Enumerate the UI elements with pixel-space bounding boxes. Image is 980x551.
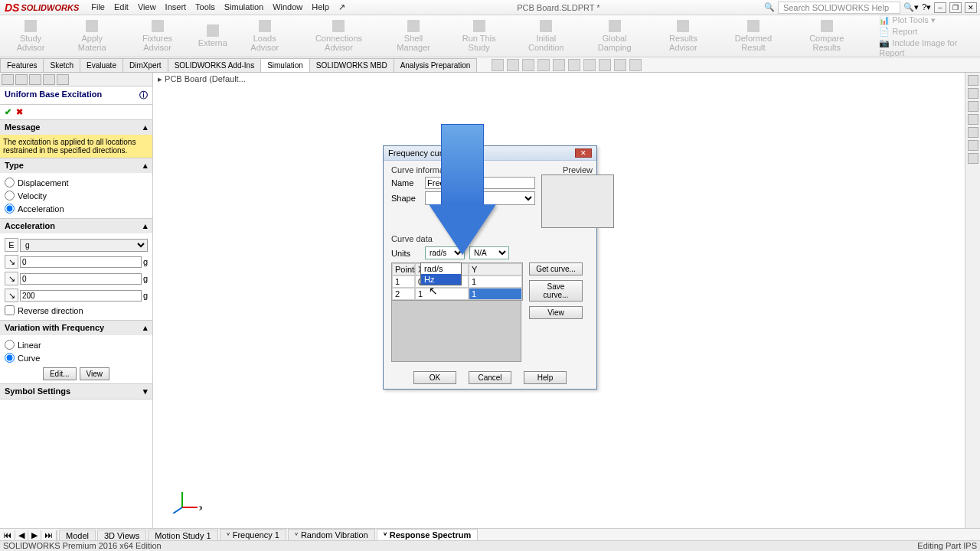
units-y-select[interactable]: N/A <box>469 246 509 259</box>
close-button[interactable]: ✕ <box>965 2 977 13</box>
ribbon-plot-tools[interactable]: 📊 Plot Tools ▾ <box>879 15 980 25</box>
pm-message-header[interactable]: Message▴ <box>0 120 152 135</box>
accel-2-input[interactable] <box>20 273 142 285</box>
menu-help[interactable]: Help <box>312 2 329 12</box>
view-settings-icon[interactable] <box>629 59 642 71</box>
appearance-icon[interactable] <box>599 59 611 71</box>
ribbon-include-image[interactable]: 📷 Include Image for Report <box>879 38 980 57</box>
tab-response-spectrum[interactable]: ᵛ Response Spectrum <box>377 529 478 541</box>
radio-linear[interactable]: Linear <box>5 338 148 351</box>
minimize-button[interactable]: – <box>934 2 946 13</box>
accel-3-input[interactable] <box>20 290 142 302</box>
zoom-icon[interactable] <box>492 59 504 71</box>
tab-simulation[interactable]: Simulation <box>260 58 310 72</box>
cancel-button[interactable]: Cancel <box>469 371 511 384</box>
tab-analysis-prep[interactable]: Analysis Preparation <box>394 58 478 72</box>
pin-icon[interactable]: ↗ <box>338 2 345 12</box>
taskpane-resources-icon[interactable] <box>968 88 978 99</box>
tab-first-icon[interactable]: ⏮ <box>0 530 15 540</box>
ribbon-results-advisor[interactable]: Results Advisor <box>649 17 717 55</box>
edit-curve-button[interactable]: Edit... <box>43 367 77 380</box>
pm-varfreq-header[interactable]: Variation with Frequency▴ <box>0 321 152 335</box>
pm-type-header[interactable]: Type▴ <box>0 158 152 173</box>
radio-acceleration[interactable]: Acceleration <box>5 202 148 215</box>
dir1-icon[interactable]: ↘ <box>5 255 18 269</box>
tab-addins[interactable]: SOLIDWORKS Add-Ins <box>168 58 261 72</box>
tab-model[interactable]: Model <box>59 530 96 541</box>
ribbon-report[interactable]: 📄 Report <box>879 27 980 37</box>
row-1-y[interactable]: 1 <box>469 276 522 288</box>
view-curve-button[interactable]: View <box>80 367 110 380</box>
help-icon[interactable]: ⓘ <box>139 90 148 101</box>
restore-button[interactable]: ❐ <box>949 2 962 13</box>
tab-dimxpert[interactable]: DimXpert <box>122 58 168 72</box>
tab-frequency[interactable]: ᵛ Frequency 1 <box>220 529 286 541</box>
breadcrumb[interactable]: ▸ PCB Board (Default... <box>158 74 246 84</box>
tab-sketch[interactable]: Sketch <box>43 58 80 72</box>
row-2-index[interactable]: 2 <box>392 288 415 300</box>
tab-features[interactable]: Features <box>0 58 44 72</box>
taskpane-view-palette-icon[interactable] <box>968 127 978 138</box>
taskpane-file-explorer-icon[interactable] <box>968 114 978 125</box>
tab-mbd[interactable]: SOLIDWORKS MBD <box>309 58 394 72</box>
accel-unit-select[interactable]: g <box>20 239 148 252</box>
ribbon-study-advisor[interactable]: Study Advisor <box>0 17 61 55</box>
menu-edit[interactable]: Edit <box>114 2 129 12</box>
dropdown-item-hz[interactable]: Hz <box>421 274 461 285</box>
radio-curve[interactable]: Curve <box>5 351 148 364</box>
ribbon-external[interactable]: Externa <box>192 21 234 51</box>
ribbon-deformed[interactable]: Deformed Result <box>717 17 790 55</box>
pm-accel-header[interactable]: Acceleration▴ <box>0 219 152 233</box>
pm-tab-dimxpert-icon[interactable] <box>43 74 55 85</box>
taskpane-design-library-icon[interactable] <box>968 101 978 112</box>
row-2-x[interactable]: 1 <box>415 288 469 300</box>
get-curve-button[interactable]: Get curve... <box>529 262 583 276</box>
pm-symbol-header[interactable]: Symbol Settings▾ <box>0 384 152 399</box>
ok-button[interactable]: OK <box>413 371 456 384</box>
taskpane-appearances-icon[interactable] <box>968 140 978 151</box>
pm-tab-display-icon[interactable] <box>57 74 69 85</box>
scene-icon[interactable] <box>614 59 626 71</box>
tab-random-vibration[interactable]: ᵛ Random Vibration <box>288 529 375 541</box>
units-x-select[interactable]: rad/s <box>425 246 465 259</box>
reverse-checkbox-row[interactable]: Reverse direction <box>5 304 148 317</box>
view-button[interactable]: View <box>529 306 583 319</box>
row-2-y[interactable]: 1 <box>469 288 522 300</box>
curve-name-input[interactable] <box>425 177 535 189</box>
curve-shape-select[interactable] <box>425 191 535 205</box>
units-x-dropdown[interactable]: rad/s Hz <box>420 262 462 285</box>
view-orient-icon[interactable] <box>553 59 565 71</box>
dialog-close-button[interactable]: ✕ <box>575 148 592 158</box>
hide-show-icon[interactable] <box>583 59 596 71</box>
tab-evaluate[interactable]: Evaluate <box>80 58 123 72</box>
menu-tools[interactable]: Tools <box>195 2 215 12</box>
ribbon-global-damping[interactable]: Global Damping <box>580 17 649 55</box>
menu-view[interactable]: View <box>138 2 156 12</box>
search-dropdown-icon[interactable]: 🔍▾ <box>903 2 919 12</box>
section-icon[interactable] <box>537 59 550 71</box>
display-style-icon[interactable] <box>568 59 580 71</box>
ribbon-run-study[interactable]: Run This Study <box>446 17 513 55</box>
radio-displacement[interactable]: Displacement <box>5 176 148 189</box>
ribbon-loads[interactable]: Loads Advisor <box>234 17 296 55</box>
search-input[interactable]: Search SOLIDWORKS Help <box>778 2 900 14</box>
dialog-title-bar[interactable]: Frequency curve ✕ <box>384 146 596 161</box>
reverse-checkbox[interactable] <box>5 305 15 315</box>
menu-simulation[interactable]: Simulation <box>224 2 263 12</box>
taskpane-home-icon[interactable] <box>968 75 978 86</box>
accel-1-input[interactable] <box>20 256 142 268</box>
cancel-icon[interactable]: ✖ <box>16 107 23 117</box>
tab-3dviews[interactable]: 3D Views <box>97 530 146 541</box>
dir3-icon[interactable]: ↘ <box>5 289 18 302</box>
menu-window[interactable]: Window <box>273 2 302 12</box>
ribbon-connections[interactable]: Connections Advisor <box>296 17 382 55</box>
ribbon-compare[interactable]: Compare Results <box>789 17 864 55</box>
radio-velocity[interactable]: Velocity <box>5 189 148 202</box>
pm-tab-property-icon[interactable] <box>15 74 28 85</box>
save-curve-button[interactable]: Save curve... <box>529 280 583 302</box>
menu-insert[interactable]: Insert <box>165 2 187 12</box>
taskpane-custom-props-icon[interactable] <box>968 153 978 164</box>
pm-tab-feature-icon[interactable] <box>2 74 14 85</box>
row-1-index[interactable]: 1 <box>392 276 415 288</box>
ribbon-apply-material[interactable]: Apply Materia <box>61 17 122 55</box>
